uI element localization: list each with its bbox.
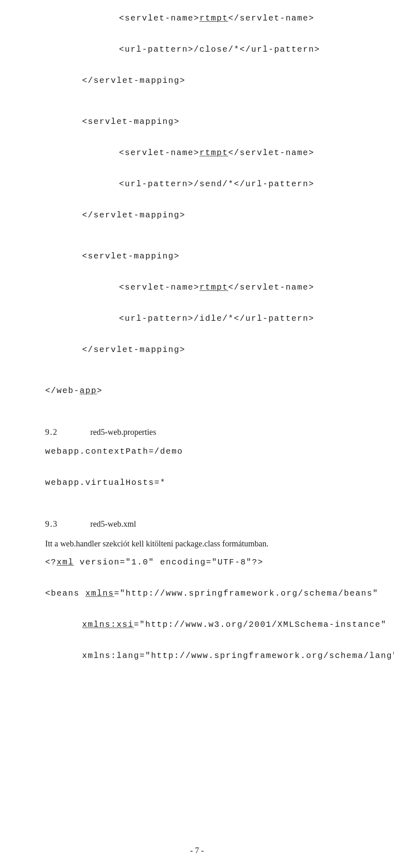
code-line: </servlet-mapping> <box>45 75 349 87</box>
xml-declaration: <?xml version="1.0" encoding="UTF-8"?> <box>45 556 349 569</box>
section-heading-92: 9.2red5-web.properties <box>45 426 349 438</box>
code-line: <url-pattern>/send/*</url-pattern> <box>45 178 349 190</box>
xsi-attr: xmlns:xsi <box>82 620 134 629</box>
code-line: <servlet-mapping> <box>45 116 349 128</box>
xml-rest: version="1.0" encoding="UTF-8"?> <box>74 557 263 567</box>
code-line: <servlet-name>rtmpt</servlet-name> <box>45 12 349 25</box>
code-line: <servlet-mapping> <box>45 250 349 263</box>
code-line: <url-pattern>/close/*</url-pattern> <box>45 43 349 56</box>
section-number: 9.3 <box>45 518 90 530</box>
xsi-line: xmlns:xsi="http://www.w3.org/2001/XMLSch… <box>45 619 349 631</box>
config-line: webapp.contextPath=/demo <box>45 445 349 458</box>
tag-open: <servlet-name> <box>119 14 199 23</box>
code-line: </servlet-mapping> <box>45 209 349 222</box>
tag-close: </servlet-name> <box>228 283 314 292</box>
page-number: - 7 - <box>0 844 394 857</box>
section-number: 9.2 <box>45 426 90 438</box>
code-line: <servlet-name>rtmpt</servlet-name> <box>45 147 349 159</box>
tag-close: </servlet-name> <box>228 148 314 158</box>
code-line: <servlet-name>rtmpt</servlet-name> <box>45 281 349 294</box>
code-line: <url-pattern>/idle/*</url-pattern> <box>45 313 349 325</box>
xml-tag: xml <box>57 557 74 567</box>
webapp-close-prefix: </web- <box>45 386 80 395</box>
section-title: red5-web.properties <box>90 427 156 436</box>
code-line: </web-app> <box>45 385 349 397</box>
beans-line: <beans xmlns="http://www.springframework… <box>45 587 349 600</box>
webapp-close-end: > <box>97 386 103 395</box>
beans-rest: ="http://www.springframework.org/schema/… <box>114 589 378 598</box>
xml-open: <? <box>45 557 57 567</box>
code-line: </servlet-mapping> <box>45 344 349 356</box>
beans-xmlns: xmlns <box>85 589 114 598</box>
lang-line: xmlns:lang="http://www.springframework.o… <box>45 650 349 662</box>
section-title: red5-web.xml <box>90 519 136 528</box>
servlet-name-value: rtmpt <box>199 14 228 23</box>
section-prose: Itt a web.handler szekciót kell kitölten… <box>45 537 349 550</box>
xsi-rest: ="http://www.w3.org/2001/XMLSchema-insta… <box>134 620 387 629</box>
config-line: webapp.virtualHosts=* <box>45 477 349 489</box>
tag-open: <servlet-name> <box>119 283 199 292</box>
tag-close: </servlet-name> <box>228 14 314 23</box>
beans-open: <beans <box>45 589 85 598</box>
servlet-name-value: rtmpt <box>199 283 228 292</box>
servlet-name-value: rtmpt <box>199 148 228 158</box>
tag-open: <servlet-name> <box>119 148 199 158</box>
webapp-close-app: app <box>80 386 97 395</box>
section-heading-93: 9.3red5-web.xml <box>45 518 349 530</box>
